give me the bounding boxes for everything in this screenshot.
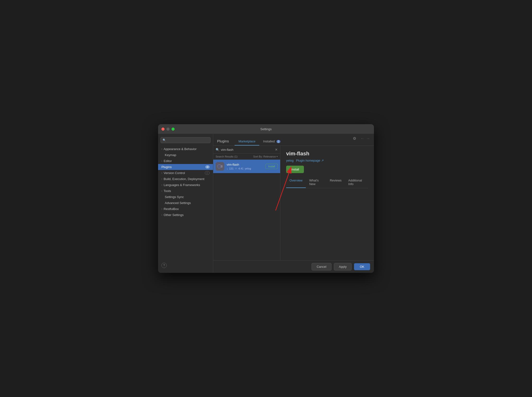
titlebar: Settings [158,124,374,134]
plugin-item-name: vim-flash [227,163,263,166]
plugin-item-info: vim-flash ↓ 131 ☆ 4.41 yelog [227,163,263,170]
tab-installed[interactable]: Installed 2 [259,138,284,146]
traffic-lights [161,128,175,131]
minimize-button[interactable] [166,128,169,131]
plugins-badge: 2 [205,165,210,168]
sidebar-item-label: Other Settings [163,213,183,217]
sidebar-item-label: Advanced Settings [165,201,191,205]
plugins-header: Plugins Marketplace Installed 2 ⚙ ← → [213,134,374,146]
chevron-right-icon: › [161,172,162,174]
split-pane: 🔍 ✕ Search Results (1) Sort By: Relevanc… [213,146,374,260]
plugin-item-meta: ↓ 131 ☆ 4.41 yelog [227,167,263,170]
detail-tab-overview[interactable]: Overview [286,177,306,188]
window-title: Settings [261,127,272,131]
installed-badge: 2 [276,140,280,143]
cancel-button[interactable]: Cancel [312,263,331,270]
sidebar-item-label: Languages & Frameworks [163,183,200,187]
sidebar-item-advanced-settings[interactable]: Advanced Settings [158,200,213,206]
sidebar-item-settings-sync[interactable]: Settings Sync [158,194,213,200]
content-area: 🔍 › Appearance & Behavior Keymap › Edito… [158,134,374,273]
plugin-icon [216,162,224,171]
chevron-right-icon: › [161,208,162,210]
sidebar-item-label: Version Control [163,171,185,175]
rating: 4.41 [238,167,244,170]
help-button[interactable]: ? [161,263,167,268]
download-count: 131 [229,167,234,170]
bottom-bar: Cancel Apply OK [213,260,374,273]
plugins-tab-bar: Marketplace Installed 2 [235,138,284,146]
close-button[interactable] [161,128,164,131]
sidebar-item-editor[interactable]: › Editor [158,158,213,164]
results-header: Search Results (1) Sort By: Relevance ▾ [213,154,280,160]
maximize-button[interactable] [171,128,175,131]
sidebar-item-build[interactable]: › Build, Execution, Deployment [158,176,213,182]
apply-button[interactable]: Apply [334,263,352,270]
homepage-link[interactable]: Plugin homepage ↗ [296,159,324,162]
back-arrow-icon[interactable]: ← [361,136,364,141]
nav-arrows: ← → [361,136,370,143]
sidebar-item-label: Plugins [161,165,172,169]
chevron-right-icon: › [161,190,162,192]
detail-tab-reviews[interactable]: Reviews [326,177,345,188]
star-icon: ☆ [235,167,237,170]
detail-tab-additional-info[interactable]: Additional Info [345,177,368,188]
sidebar-item-label: Build, Execution, Deployment [163,177,204,181]
svg-point-2 [217,164,221,168]
plugin-detail-title: vim-flash [286,150,368,157]
search-input[interactable] [221,148,273,151]
sidebar-item-appearance[interactable]: › Appearance & Behavior [158,146,213,152]
sidebar-item-label: Appearance & Behavior [163,147,196,151]
chevron-right-icon: › [161,178,162,180]
install-button-small[interactable]: Install [266,164,278,169]
plugin-links: yelog Plugin homepage ↗ [286,159,368,162]
sidebar-item-label: Keymap [165,153,176,157]
search-results-pane: 🔍 ✕ Search Results (1) Sort By: Relevanc… [213,146,280,260]
chevron-right-icon: › [161,184,162,186]
install-button-large[interactable]: Install [286,166,304,173]
sidebar-item-plugins[interactable]: Plugins 2 [158,164,213,170]
sidebar-item-label: Tools [163,189,171,193]
detail-tabs: Overview What's New Reviews Additional I… [286,177,368,188]
forward-arrow-icon[interactable]: → [366,136,370,141]
sidebar-item-languages[interactable]: › Languages & Frameworks [158,182,213,188]
sidebar-item-restfulbox[interactable]: › RestfulBox [158,206,213,212]
sidebar-item-tools[interactable]: › Tools [158,188,213,194]
tab-marketplace[interactable]: Marketplace [235,138,259,146]
download-icon: ↓ [227,167,228,170]
clear-search-button[interactable]: ✕ [275,148,278,151]
search-icon: 🔍 [163,139,166,142]
sidebar-item-label: Editor [163,159,172,163]
author-link[interactable]: yelog [286,159,294,162]
plugin-list-item[interactable]: vim-flash ↓ 131 ☆ 4.41 yelog Install [213,160,280,173]
settings-window: Settings 🔍 › Appearance & Behavior Keyma… [158,124,374,273]
sidebar-item-label: Settings Sync [165,195,184,199]
sidebar-item-label: RestfulBox [163,207,179,211]
results-count: Search Results (1) [216,155,238,158]
chevron-right-icon: › [161,214,162,216]
chevron-down-icon: ▾ [276,155,278,158]
main-panel: Plugins Marketplace Installed 2 ⚙ ← → [213,134,374,273]
sidebar-search[interactable]: 🔍 [160,137,211,143]
detail-tab-whats-new[interactable]: What's New [306,177,326,188]
plugins-panel-title: Plugins [217,139,229,146]
sidebar-item-version-control[interactable]: › Version Control □ [158,170,213,176]
ok-button[interactable]: OK [354,263,370,270]
plugin-detail-pane: vim-flash yelog Plugin homepage ↗ Instal… [280,146,374,260]
sidebar-item-keymap[interactable]: Keymap [158,152,213,158]
search-icon: 🔍 [216,148,219,151]
author: yelog [245,167,251,170]
version-control-badge: □ [205,171,210,175]
sidebar: 🔍 › Appearance & Behavior Keymap › Edito… [158,134,213,273]
external-link-icon: ↗ [321,159,324,162]
chevron-right-icon: › [161,160,162,162]
chevron-right-icon: › [161,148,162,150]
search-row: 🔍 ✕ [213,146,280,154]
sidebar-item-other-settings[interactable]: › Other Settings [158,212,213,218]
sort-by-dropdown[interactable]: Sort By: Relevance ▾ [253,155,278,158]
svg-rect-3 [221,165,223,167]
gear-button[interactable]: ⚙ [353,136,356,143]
